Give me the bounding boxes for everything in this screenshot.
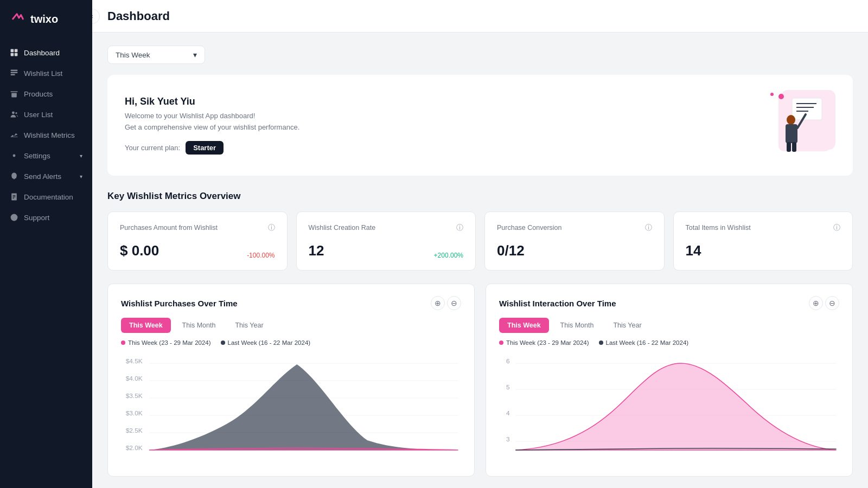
interaction-legend-last-week: Last Week (16 - 22 Mar 2024) bbox=[599, 339, 689, 346]
svg-rect-23 bbox=[787, 142, 791, 152]
svg-text:$3.5K: $3.5K bbox=[126, 393, 143, 399]
svg-text:$4.0K: $4.0K bbox=[126, 375, 143, 382]
purchases-chart-legend: This Week (23 - 29 Mar 2024) Last Week (… bbox=[121, 339, 461, 346]
plan-badge: Starter bbox=[186, 141, 224, 155]
welcome-illustration bbox=[770, 90, 835, 160]
sidebar-item-user-list[interactable]: User List bbox=[0, 104, 92, 125]
main-content: ‹ Dashboard This Week ▾ Hi, Sik Yuet Yiu… bbox=[92, 0, 868, 488]
charts-row: Wishlist Purchases Over Time ⊕ ⊖ This We… bbox=[107, 284, 853, 477]
settings-arrow-icon: ▾ bbox=[80, 153, 82, 159]
sidebar-label-wishlist-metrics: Wishlist Metrics bbox=[24, 131, 75, 139]
svg-point-8 bbox=[15, 112, 17, 114]
welcome-greeting: Hi, Sik Yuet Yiu bbox=[125, 96, 299, 107]
time-filter-dropdown[interactable]: This Week ▾ bbox=[107, 46, 205, 64]
interaction-chart-header: Wishlist Interaction Over Time ⊕ ⊖ bbox=[499, 296, 839, 310]
interaction-legend-this-week: This Week (23 - 29 Mar 2024) bbox=[499, 339, 589, 346]
svg-rect-5 bbox=[11, 72, 18, 73]
info-icon-conversion[interactable]: ⓘ bbox=[645, 223, 652, 233]
sidebar-item-dashboard[interactable]: Dashboard bbox=[0, 42, 92, 63]
metric-card-purchases-amount: Purchases Amount from Wishlist ⓘ $ 0.00 … bbox=[107, 211, 288, 271]
interaction-chart-zoom: ⊕ ⊖ bbox=[809, 296, 839, 310]
plan-label: Your current plan: bbox=[125, 144, 180, 152]
sidebar-label-dashboard: Dashboard bbox=[24, 49, 60, 57]
purchases-legend-last-week: Last Week (16 - 22 Mar 2024) bbox=[221, 339, 311, 346]
metric-label-purchases: Purchases Amount from Wishlist ⓘ bbox=[120, 223, 275, 233]
interaction-chart-legend: This Week (23 - 29 Mar 2024) Last Week (… bbox=[499, 339, 839, 346]
interaction-tab-this-year[interactable]: This Year bbox=[605, 318, 649, 333]
purchases-chart-header: Wishlist Purchases Over Time ⊕ ⊖ bbox=[121, 296, 461, 310]
purchases-tab-this-month[interactable]: This Month bbox=[174, 318, 224, 333]
sidebar-item-send-alerts[interactable]: Send Alerts ▾ bbox=[0, 166, 92, 187]
app-name: twixo bbox=[30, 13, 58, 25]
svg-text:$2.0K: $2.0K bbox=[126, 445, 143, 451]
purchases-tab-this-week[interactable]: This Week bbox=[121, 318, 171, 333]
metric-value-purchases: $ 0.00 -100.00% bbox=[120, 242, 275, 259]
page-title: Dashboard bbox=[107, 9, 170, 23]
interaction-zoom-out-button[interactable]: ⊖ bbox=[825, 296, 839, 310]
svg-point-26 bbox=[778, 94, 784, 99]
interaction-zoom-in-button[interactable]: ⊕ bbox=[809, 296, 823, 310]
svg-rect-4 bbox=[11, 70, 18, 71]
svg-rect-22 bbox=[786, 124, 797, 143]
interaction-tab-this-month[interactable]: This Month bbox=[552, 318, 602, 333]
interaction-chart-svg: 6 5 4 3 bbox=[499, 354, 839, 462]
welcome-text-block: Hi, Sik Yuet Yiu Welcome to your Wishlis… bbox=[125, 96, 299, 155]
sidebar-item-support[interactable]: Support bbox=[0, 207, 92, 228]
svg-point-10 bbox=[13, 155, 16, 157]
sidebar-item-wishlist-metrics[interactable]: Wishlist Metrics bbox=[0, 125, 92, 145]
sidebar-item-documentation[interactable]: Documentation bbox=[0, 187, 92, 207]
svg-rect-24 bbox=[792, 142, 796, 152]
welcome-line2: Get a comprehensive view of your wishlis… bbox=[125, 122, 299, 133]
metrics-section-title: Key Wishlist Metrics Overview bbox=[107, 191, 853, 202]
info-icon-total-items[interactable]: ⓘ bbox=[833, 223, 840, 233]
svg-text:$2.5K: $2.5K bbox=[126, 427, 143, 434]
purchases-chart-zoom: ⊕ ⊖ bbox=[431, 296, 461, 310]
sidebar-item-settings[interactable]: Settings ▾ bbox=[0, 145, 92, 166]
svg-point-21 bbox=[787, 115, 795, 125]
info-icon-purchases[interactable]: ⓘ bbox=[268, 223, 275, 233]
purchases-chart-svg: $4.5K $4.0K $3.5K $3.0K $2.5K $2.0K bbox=[121, 354, 461, 462]
sidebar-item-products[interactable]: Products bbox=[0, 84, 92, 104]
svg-rect-0 bbox=[11, 49, 14, 53]
sidebar-label-wishlist-list: Wishlist List bbox=[24, 69, 62, 78]
metric-card-total-items: Total Items in Wishlist ⓘ 14 bbox=[673, 211, 853, 271]
filter-dropdown-wrap: This Week ▾ bbox=[107, 46, 853, 64]
alerts-arrow-icon: ▾ bbox=[80, 174, 82, 179]
purchases-zoom-in-button[interactable]: ⊕ bbox=[431, 296, 445, 310]
sidebar-label-user-list: User List bbox=[24, 111, 53, 119]
sidebar-label-send-alerts: Send Alerts bbox=[24, 172, 61, 181]
metric-label-conversion: Purchase Conversion ⓘ bbox=[497, 223, 652, 233]
content-area: This Week ▾ Hi, Sik Yuet Yiu Welcome to … bbox=[92, 33, 868, 488]
purchases-chart-tabs: This Week This Month This Year bbox=[121, 318, 461, 333]
logo: twixo bbox=[0, 0, 92, 38]
metric-label-creation: Wishlist Creation Rate ⓘ bbox=[309, 223, 464, 233]
svg-rect-6 bbox=[11, 74, 15, 75]
sidebar: twixo Dashboard Wishlist List Products U… bbox=[0, 0, 92, 488]
metric-change-purchases: -100.00% bbox=[247, 252, 275, 259]
interaction-tab-this-week[interactable]: This Week bbox=[499, 318, 549, 333]
sidebar-label-documentation: Documentation bbox=[24, 193, 73, 201]
purchases-tab-this-year[interactable]: This Year bbox=[227, 318, 271, 333]
svg-rect-17 bbox=[792, 98, 822, 120]
interaction-chart-title: Wishlist Interaction Over Time bbox=[499, 299, 616, 308]
sidebar-item-wishlist-list[interactable]: Wishlist List bbox=[0, 63, 92, 84]
sidebar-nav: Dashboard Wishlist List Products User Li… bbox=[0, 38, 92, 488]
svg-rect-3 bbox=[15, 53, 18, 56]
purchases-zoom-out-button[interactable]: ⊖ bbox=[447, 296, 461, 310]
purchases-legend-this-week: This Week (23 - 29 Mar 2024) bbox=[121, 339, 211, 346]
info-icon-creation[interactable]: ⓘ bbox=[456, 223, 463, 233]
purchases-chart-card: Wishlist Purchases Over Time ⊕ ⊖ This We… bbox=[107, 284, 475, 477]
sidebar-label-support: Support bbox=[24, 214, 49, 222]
metric-change-creation: +200.00% bbox=[434, 252, 463, 259]
sidebar-collapse-button[interactable]: ‹ bbox=[92, 9, 100, 24]
svg-text:4: 4 bbox=[506, 410, 510, 416]
welcome-card: Hi, Sik Yuet Yiu Welcome to your Wishlis… bbox=[107, 75, 853, 176]
metrics-row: Purchases Amount from Wishlist ⓘ $ 0.00 … bbox=[107, 211, 853, 271]
topbar: ‹ Dashboard bbox=[92, 0, 868, 33]
metric-value-total-items: 14 bbox=[686, 242, 841, 259]
svg-rect-9 bbox=[11, 137, 18, 137]
interaction-chart-card: Wishlist Interaction Over Time ⊕ ⊖ This … bbox=[486, 284, 853, 477]
svg-text:5: 5 bbox=[506, 384, 510, 390]
svg-text:6: 6 bbox=[506, 358, 510, 364]
metric-label-total-items: Total Items in Wishlist ⓘ bbox=[686, 223, 841, 233]
